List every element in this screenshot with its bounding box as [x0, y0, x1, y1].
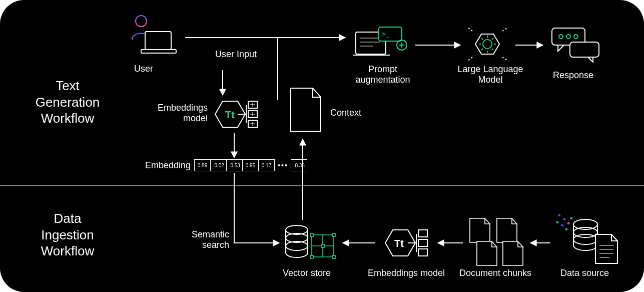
svg-rect-60: [570, 42, 599, 57]
document-chunks-icon: [468, 216, 528, 268]
vector-store-icon: [283, 223, 338, 265]
svg-text:Tt: Tt: [394, 238, 404, 249]
svg-rect-78: [418, 239, 427, 246]
svg-text:>_: >_: [382, 30, 390, 38]
embeddings-model-top-label: Embeddings model: [150, 103, 208, 123]
svg-rect-98: [556, 221, 558, 223]
user-label: User: [134, 64, 153, 74]
user-input-label: User Input: [215, 49, 257, 60]
embedding-cell: 0.89: [194, 159, 211, 171]
svg-rect-77: [418, 230, 427, 237]
svg-rect-101: [565, 228, 567, 230]
svg-line-53: [467, 57, 472, 61]
svg-line-49: [481, 49, 483, 50]
svg-point-59: [574, 35, 578, 39]
user-icon: [130, 14, 178, 61]
svg-rect-102: [570, 217, 572, 219]
svg-rect-71: [332, 255, 335, 258]
section-label-top: Text Generation Workflow: [25, 78, 110, 127]
svg-rect-12: [141, 50, 176, 53]
vector-store-label: Vector store: [283, 268, 331, 278]
svg-line-48: [492, 38, 493, 40]
document-chunks-label: Document chunks: [459, 268, 531, 278]
svg-line-47: [481, 38, 483, 40]
embedding-cell: -0.38: [291, 159, 307, 171]
svg-rect-72: [321, 244, 324, 247]
embedding-cell: -0.02: [210, 159, 227, 171]
svg-line-52: [502, 27, 508, 31]
svg-rect-70: [310, 255, 313, 258]
svg-point-105: [573, 234, 597, 244]
response-label: Response: [553, 70, 593, 81]
svg-rect-69: [332, 233, 335, 236]
prompt-aug-label: Prompt augmentation: [350, 64, 415, 85]
context-doc-icon: [288, 86, 324, 136]
embedding-cell: 0.95: [242, 159, 259, 171]
data-source-label: Data source: [560, 268, 609, 278]
svg-line-50: [492, 49, 493, 50]
svg-point-10: [136, 16, 147, 27]
svg-line-54: [502, 57, 508, 61]
svg-rect-96: [558, 214, 560, 216]
svg-text:Tt: Tt: [225, 109, 235, 120]
embedding-cell: -0.53: [226, 159, 243, 171]
svg-rect-68: [310, 233, 313, 236]
diagram-root: Text Generation Workflow Data Ingestion …: [0, 0, 644, 292]
llm-icon: [465, 24, 513, 65]
svg-rect-11: [145, 32, 171, 50]
svg-point-57: [559, 35, 563, 39]
embedding-cell: 0.17: [258, 159, 275, 171]
svg-line-51: [467, 27, 472, 31]
prompt-aug-icon: >_: [353, 25, 408, 63]
data-source-icon: [555, 210, 620, 267]
svg-rect-99: [561, 224, 563, 226]
embeddings-model-top-icon: Tt: [210, 94, 260, 136]
embeddings-model-bottom-icon: Tt: [380, 223, 430, 265]
semantic-search-label: Semantic search: [174, 229, 229, 250]
response-icon: [548, 25, 603, 66]
embedding-vector: 0.89 -0.02 -0.53 0.95 0.17 ••• -0.38: [194, 159, 307, 171]
svg-marker-61: [588, 57, 593, 62]
embedding-label: Embedding: [145, 160, 191, 171]
llm-label: Large Language Model: [453, 64, 528, 85]
svg-point-58: [566, 35, 570, 39]
embedding-ellipsis: •••: [275, 159, 291, 171]
section-label-bottom: Data Ingestion Workflow: [25, 210, 110, 259]
svg-rect-97: [563, 218, 565, 220]
embeddings-model-bottom-label: Embeddings model: [368, 268, 445, 278]
svg-point-42: [483, 40, 492, 49]
svg-rect-100: [567, 222, 569, 224]
svg-rect-79: [418, 249, 427, 256]
context-label: Context: [330, 108, 361, 118]
svg-marker-56: [558, 45, 564, 51]
